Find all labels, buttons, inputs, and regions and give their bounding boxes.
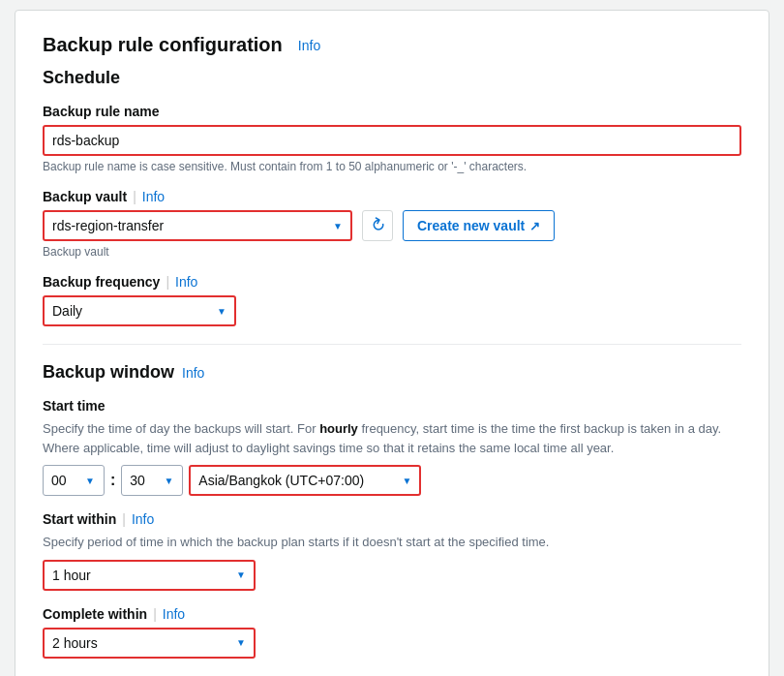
backup-vault-select-wrapper: rds-region-transfer ▼ <box>43 210 352 241</box>
backup-frequency-group: Backup frequency | Info Daily Hourly Wee… <box>43 274 741 326</box>
backup-window-title-row: Backup window Info <box>43 362 741 383</box>
complete-within-select[interactable]: 1 hour 2 hours 4 hours 8 hours 12 hours … <box>43 628 256 659</box>
start-within-group: Start within | Info Specify period of ti… <box>43 511 741 591</box>
backup-frequency-select-wrapper: Daily Hourly Weekly Monthly Custom cron … <box>43 295 236 326</box>
section-divider <box>43 344 741 345</box>
start-within-label: Start within <box>43 511 116 527</box>
complete-within-group: Complete within | Info 1 hour 2 hours 4 … <box>43 606 741 659</box>
timezone-select[interactable]: Asia/Bangkok (UTC+07:00) UTC US/Eastern … <box>189 465 421 496</box>
refresh-icon: ↻ <box>366 213 389 239</box>
start-within-info-link[interactable]: Info <box>132 511 154 527</box>
timezone-select-wrapper: Asia/Bangkok (UTC+07:00) UTC US/Eastern … <box>189 465 421 496</box>
complete-within-select-wrapper: 1 hour 2 hours 4 hours 8 hours 12 hours … <box>43 628 256 659</box>
time-colon: : <box>110 472 115 489</box>
backup-vault-info-link[interactable]: Info <box>142 189 165 204</box>
backup-window-info-link[interactable]: Info <box>182 365 204 381</box>
vault-row: rds-region-transfer ▼ ↻ Create new vault… <box>43 210 741 241</box>
hour-select[interactable]: 00 01020304 05060708 09101112 13141516 1… <box>43 465 105 496</box>
refresh-vault-button[interactable]: ↻ <box>362 210 393 241</box>
backup-frequency-info-link[interactable]: Info <box>175 274 197 290</box>
backup-vault-helper: Backup vault <box>43 245 741 259</box>
backup-rule-config-card: Backup rule configuration Info Schedule … <box>15 10 769 676</box>
external-link-icon: ↗ <box>529 219 540 233</box>
backup-rule-name-label: Backup rule name <box>43 104 160 119</box>
start-within-select[interactable]: 1 hour 2 hours 4 hours 8 hours <box>43 560 256 591</box>
backup-frequency-select[interactable]: Daily Hourly Weekly Monthly Custom cron … <box>43 295 236 326</box>
backup-window-section-title: Backup window <box>43 362 174 383</box>
backup-vault-select[interactable]: rds-region-transfer <box>43 210 352 241</box>
create-new-vault-button[interactable]: Create new vault ↗ <box>403 210 555 241</box>
start-time-label: Start time <box>43 398 106 414</box>
start-time-controls-row: 00 01020304 05060708 09101112 13141516 1… <box>43 465 741 496</box>
backup-frequency-label: Backup frequency <box>43 274 160 290</box>
backup-rule-name-group: Backup rule name Backup rule name is cas… <box>43 104 741 173</box>
backup-vault-label: Backup vault <box>43 189 127 204</box>
hour-select-wrapper: 00 01020304 05060708 09101112 13141516 1… <box>43 465 105 496</box>
page-title: Backup rule configuration <box>43 34 283 56</box>
complete-within-info-link[interactable]: Info <box>163 606 185 622</box>
complete-within-label: Complete within <box>43 606 147 622</box>
backup-rule-name-helper: Backup rule name is case sensitive. Must… <box>43 160 741 173</box>
backup-vault-group: Backup vault | Info rds-region-transfer … <box>43 189 741 259</box>
start-within-select-wrapper: 1 hour 2 hours 4 hours 8 hours ▼ <box>43 560 256 591</box>
backup-rule-name-input[interactable] <box>43 125 741 156</box>
start-within-description: Specify period of time in which the back… <box>43 533 741 552</box>
schedule-section-title: Schedule <box>43 68 120 88</box>
minute-select-wrapper: 00051015 20253035 40455055 ▼ <box>121 465 183 496</box>
create-vault-label: Create new vault <box>417 218 525 233</box>
start-time-group: Start time Specify the time of day the b… <box>43 398 741 496</box>
start-time-description: Specify the time of day the backups will… <box>43 419 741 457</box>
minute-select[interactable]: 00051015 20253035 40455055 <box>121 465 183 496</box>
card-title-info-link[interactable]: Info <box>298 38 320 53</box>
